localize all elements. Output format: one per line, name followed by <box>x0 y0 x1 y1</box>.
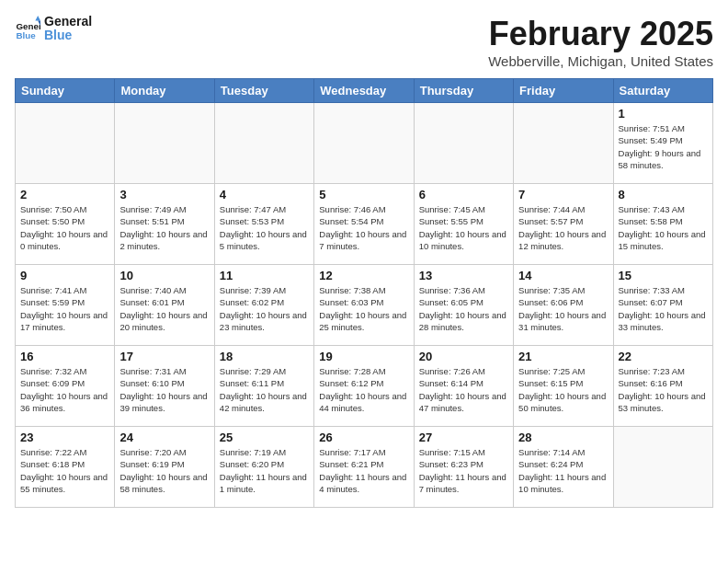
day-number: 22 <box>619 350 708 363</box>
svg-text:Blue: Blue <box>16 31 36 41</box>
weekday-header: Tuesday <box>214 79 313 103</box>
day-info: Sunrise: 7:17 AM Sunset: 6:21 PM Dayligh… <box>319 446 408 495</box>
day-number: 11 <box>220 269 309 282</box>
logo-blue: Blue <box>44 29 92 42</box>
logo: General Blue General Blue <box>15 15 92 43</box>
logo-general: General <box>44 15 92 29</box>
day-info: Sunrise: 7:26 AM Sunset: 6:14 PM Dayligh… <box>419 365 508 414</box>
calendar-cell: 27Sunrise: 7:15 AM Sunset: 6:23 PM Dayli… <box>414 427 513 508</box>
day-info: Sunrise: 7:36 AM Sunset: 6:05 PM Dayligh… <box>419 284 508 333</box>
day-number: 13 <box>419 269 508 282</box>
day-info: Sunrise: 7:25 AM Sunset: 6:15 PM Dayligh… <box>518 365 608 414</box>
day-info: Sunrise: 7:32 AM Sunset: 6:09 PM Dayligh… <box>20 365 109 414</box>
calendar-cell: 24Sunrise: 7:20 AM Sunset: 6:19 PM Dayli… <box>115 427 214 508</box>
calendar-cell <box>16 103 115 184</box>
day-info: Sunrise: 7:40 AM Sunset: 6:01 PM Dayligh… <box>119 284 209 333</box>
weekday-header: Friday <box>514 79 613 103</box>
day-info: Sunrise: 7:14 AM Sunset: 6:24 PM Dayligh… <box>518 446 608 495</box>
week-row: 9Sunrise: 7:41 AM Sunset: 5:59 PM Daylig… <box>16 265 713 346</box>
calendar-cell <box>514 103 613 184</box>
day-number: 12 <box>319 269 408 282</box>
day-number: 21 <box>518 350 608 363</box>
day-info: Sunrise: 7:50 AM Sunset: 5:50 PM Dayligh… <box>20 203 109 252</box>
day-number: 17 <box>119 350 209 363</box>
day-number: 20 <box>419 350 508 363</box>
calendar-subtitle: Webberville, Michigan, United States <box>488 53 713 69</box>
weekday-header: Thursday <box>414 79 513 103</box>
day-info: Sunrise: 7:47 AM Sunset: 5:53 PM Dayligh… <box>220 203 309 252</box>
day-info: Sunrise: 7:49 AM Sunset: 5:51 PM Dayligh… <box>119 203 209 252</box>
calendar-cell: 23Sunrise: 7:22 AM Sunset: 6:18 PM Dayli… <box>16 427 115 508</box>
calendar-cell <box>115 103 214 184</box>
day-info: Sunrise: 7:15 AM Sunset: 6:23 PM Dayligh… <box>419 446 508 495</box>
day-number: 1 <box>619 107 708 121</box>
day-number: 4 <box>220 188 309 201</box>
day-info: Sunrise: 7:19 AM Sunset: 6:20 PM Dayligh… <box>220 446 309 495</box>
day-info: Sunrise: 7:22 AM Sunset: 6:18 PM Dayligh… <box>20 446 109 495</box>
calendar-cell: 13Sunrise: 7:36 AM Sunset: 6:05 PM Dayli… <box>414 265 513 346</box>
day-info: Sunrise: 7:35 AM Sunset: 6:06 PM Dayligh… <box>518 284 608 333</box>
day-info: Sunrise: 7:29 AM Sunset: 6:11 PM Dayligh… <box>220 365 309 414</box>
calendar-cell: 16Sunrise: 7:32 AM Sunset: 6:09 PM Dayli… <box>16 346 115 427</box>
calendar-cell: 10Sunrise: 7:40 AM Sunset: 6:01 PM Dayli… <box>115 265 214 346</box>
week-row: 2Sunrise: 7:50 AM Sunset: 5:50 PM Daylig… <box>16 184 713 265</box>
calendar-cell: 9Sunrise: 7:41 AM Sunset: 5:59 PM Daylig… <box>16 265 115 346</box>
calendar-cell: 3Sunrise: 7:49 AM Sunset: 5:51 PM Daylig… <box>115 184 214 265</box>
calendar-cell: 5Sunrise: 7:46 AM Sunset: 5:54 PM Daylig… <box>314 184 414 265</box>
weekday-header: Wednesday <box>314 79 414 103</box>
day-number: 23 <box>20 431 109 444</box>
day-number: 8 <box>619 188 708 201</box>
day-info: Sunrise: 7:33 AM Sunset: 6:07 PM Dayligh… <box>619 284 708 333</box>
day-number: 6 <box>419 188 508 201</box>
day-number: 10 <box>119 269 209 282</box>
week-row: 1Sunrise: 7:51 AM Sunset: 5:49 PM Daylig… <box>16 103 713 184</box>
calendar-cell <box>613 427 712 508</box>
calendar-cell: 1Sunrise: 7:51 AM Sunset: 5:49 PM Daylig… <box>613 103 712 184</box>
day-number: 14 <box>518 269 608 282</box>
weekday-header-row: SundayMondayTuesdayWednesdayThursdayFrid… <box>16 79 713 103</box>
calendar-cell: 6Sunrise: 7:45 AM Sunset: 5:55 PM Daylig… <box>414 184 513 265</box>
day-info: Sunrise: 7:46 AM Sunset: 5:54 PM Dayligh… <box>319 203 408 252</box>
day-number: 15 <box>619 269 708 282</box>
day-number: 9 <box>20 269 109 282</box>
calendar-cell: 18Sunrise: 7:29 AM Sunset: 6:11 PM Dayli… <box>214 346 313 427</box>
calendar-cell <box>314 103 414 184</box>
day-number: 24 <box>119 431 209 444</box>
day-info: Sunrise: 7:45 AM Sunset: 5:55 PM Dayligh… <box>419 203 508 252</box>
calendar-cell: 12Sunrise: 7:38 AM Sunset: 6:03 PM Dayli… <box>314 265 414 346</box>
day-info: Sunrise: 7:31 AM Sunset: 6:10 PM Dayligh… <box>119 365 209 414</box>
day-info: Sunrise: 7:28 AM Sunset: 6:12 PM Dayligh… <box>319 365 408 414</box>
day-number: 5 <box>319 188 408 201</box>
calendar-cell <box>414 103 513 184</box>
day-info: Sunrise: 7:39 AM Sunset: 6:02 PM Dayligh… <box>220 284 309 333</box>
day-number: 19 <box>319 350 408 363</box>
calendar-cell: 25Sunrise: 7:19 AM Sunset: 6:20 PM Dayli… <box>214 427 313 508</box>
calendar-cell: 2Sunrise: 7:50 AM Sunset: 5:50 PM Daylig… <box>16 184 115 265</box>
week-row: 23Sunrise: 7:22 AM Sunset: 6:18 PM Dayli… <box>16 427 713 508</box>
day-number: 25 <box>220 431 309 444</box>
calendar-cell: 26Sunrise: 7:17 AM Sunset: 6:21 PM Dayli… <box>314 427 414 508</box>
calendar-cell: 20Sunrise: 7:26 AM Sunset: 6:14 PM Dayli… <box>414 346 513 427</box>
day-info: Sunrise: 7:43 AM Sunset: 5:58 PM Dayligh… <box>619 203 708 252</box>
day-number: 7 <box>518 188 608 201</box>
calendar-cell: 15Sunrise: 7:33 AM Sunset: 6:07 PM Dayli… <box>613 265 712 346</box>
week-row: 16Sunrise: 7:32 AM Sunset: 6:09 PM Dayli… <box>16 346 713 427</box>
page-header: General Blue General Blue February 2025 … <box>15 15 713 69</box>
calendar-cell: 7Sunrise: 7:44 AM Sunset: 5:57 PM Daylig… <box>514 184 613 265</box>
day-number: 2 <box>20 188 109 201</box>
day-number: 26 <box>319 431 408 444</box>
calendar-cell: 28Sunrise: 7:14 AM Sunset: 6:24 PM Dayli… <box>514 427 613 508</box>
day-number: 28 <box>518 431 608 444</box>
calendar-cell: 21Sunrise: 7:25 AM Sunset: 6:15 PM Dayli… <box>514 346 613 427</box>
day-info: Sunrise: 7:20 AM Sunset: 6:19 PM Dayligh… <box>119 446 209 495</box>
calendar-cell: 4Sunrise: 7:47 AM Sunset: 5:53 PM Daylig… <box>214 184 313 265</box>
day-number: 16 <box>20 350 109 363</box>
day-info: Sunrise: 7:51 AM Sunset: 5:49 PM Dayligh… <box>619 122 708 171</box>
calendar-cell: 17Sunrise: 7:31 AM Sunset: 6:10 PM Dayli… <box>115 346 214 427</box>
day-number: 3 <box>119 188 209 201</box>
weekday-header: Sunday <box>16 79 115 103</box>
day-info: Sunrise: 7:38 AM Sunset: 6:03 PM Dayligh… <box>319 284 408 333</box>
day-info: Sunrise: 7:23 AM Sunset: 6:16 PM Dayligh… <box>619 365 708 414</box>
weekday-header: Monday <box>115 79 214 103</box>
title-block: February 2025 Webberville, Michigan, Uni… <box>488 15 713 69</box>
